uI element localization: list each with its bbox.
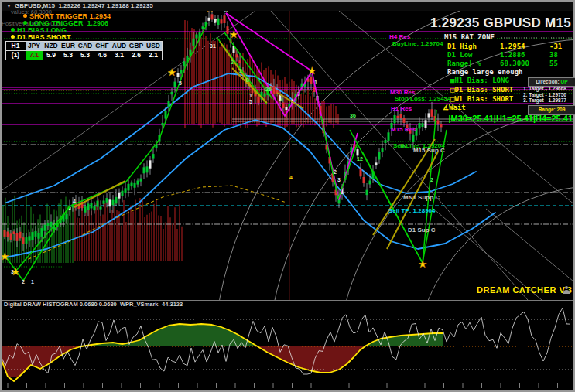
target-2: 2. Target - 1.29750 (523, 92, 566, 98)
bullet-icon (11, 35, 15, 39)
strength-cell: (1) (5, 50, 26, 60)
strength-cell: 2.6 (128, 50, 145, 60)
mt4-chart-window: ▼GBPUSD,M15 1.29226 1.29247 1.29188 1.29… (0, 0, 575, 392)
star-marker-icon: ★ (229, 29, 238, 40)
swing-number-label: 1 (249, 93, 252, 98)
watermark-text: DREAM CATCHER V.3 (477, 285, 572, 295)
strength-cell: 7.1 (26, 50, 43, 60)
ratzone-wait: ∡Wait (443, 104, 466, 111)
swing-number-label: 4 (280, 97, 283, 103)
star-marker-icon: ★ (2, 251, 9, 262)
swing-number-label: 3 (11, 269, 14, 274)
swing-number-label: 2 (239, 68, 242, 73)
level-line-label: M15 Res (391, 126, 416, 133)
swing-number-label: 4 (73, 199, 76, 204)
target-1: 1. Target - 1.29668 (523, 86, 566, 92)
swing-number-label: 2 (22, 279, 25, 285)
star-marker-icon: ★ (167, 66, 176, 78)
level-line-label: H4 Res (389, 33, 411, 40)
strength-cell: 5.3 (77, 50, 94, 60)
bullet-icon (23, 14, 27, 18)
ratzone-w1-bias: □W1 Bias: SHORT (450, 95, 513, 103)
strength-cell: 3.1 (111, 50, 128, 60)
swing-number-label: 8 (246, 77, 249, 83)
ratzone-row-d1-high: D1 High1.2954-31 (447, 43, 562, 50)
ratzone-title: M15 RAT ZONE (444, 33, 495, 41)
strength-cell: 4.6 (94, 50, 111, 60)
swing-number-label: 4 (289, 175, 293, 180)
level-line-label: MN1 Supp C (403, 194, 440, 201)
chart-window-titlebar[interactable]: ▼GBPUSD,M15 1.29226 1.29247 1.29188 1.29… (2, 2, 573, 11)
window-menu-icon[interactable]: ▼ (6, 3, 12, 9)
strength-cell: 5.9 (43, 50, 60, 60)
ratzone-d1-bias: □D1 Bias: SHORT (450, 86, 513, 94)
quote-text: 1.29235 GBPUSD M15 (371, 15, 571, 31)
targets-list: 1. Target - 1.296682. Target - 1.297503.… (523, 86, 566, 104)
wait-icon: ∡ (443, 104, 449, 111)
swing-number-label: 12 (357, 156, 363, 162)
level-line-label: D1 Sup C (408, 227, 436, 233)
swing-number-label: 1 (31, 279, 34, 285)
oscillator-panel (2, 300, 573, 390)
swing-number-label: 5 (249, 99, 252, 104)
swing-number-label: 6 (224, 11, 228, 13)
ratzone-row-d1-low: D1 Low1.288638 (447, 51, 558, 59)
ratzone-h1-bias: ■H1 Bias: LONG (450, 77, 509, 84)
star-marker-icon: ★ (307, 65, 317, 77)
ratzone-note: Range large enough (447, 68, 523, 76)
level-line-label: Sell TP: 1.28904 (388, 207, 436, 214)
star-marker-icon: ★ (205, 11, 214, 14)
swing-number-label: 1 (314, 80, 317, 85)
volatility-readout: |M30=25.41|H1=25.41|H4=25.41 (427, 114, 573, 123)
oscillator-label: Digital DRAW HISTOGRAM 0.0680 0.0680 WPR… (4, 301, 183, 308)
person-icon (563, 286, 570, 294)
currency-strength-table: H1JPYNZDEURCADCHFAUDGBPUSD(1)7.15.95.35.… (5, 41, 162, 60)
swing-number-label: 2 (334, 169, 337, 175)
bullet-icon (23, 21, 27, 25)
ratzone-row-range: Range| %68.300055 (447, 60, 558, 67)
swing-number-label: 31 (210, 43, 216, 49)
swing-number-label: 36 (350, 113, 356, 118)
star-marker-icon: ★ (418, 258, 427, 270)
swing-number-label: 7 (214, 19, 217, 24)
bullet-icon (11, 28, 15, 32)
level-line-label: H1 Res (391, 105, 412, 112)
swing-number-label: 26 (265, 87, 272, 92)
target-3: 3. Target - 1.29877 (523, 97, 566, 104)
swing-number-label: 5 (179, 80, 182, 86)
swing-number-label: 2 (430, 177, 433, 182)
strength-cell: 2.1 (145, 50, 163, 60)
swing-number-label: 3 (337, 177, 341, 182)
level-line-label: M15 Sup C (413, 147, 445, 154)
level-line-label: Stop Loss: 1.29454 (395, 95, 451, 102)
level-line-label: BuyLine: 1.29704 (392, 40, 443, 47)
strength-cell: 5.3 (60, 50, 77, 60)
swing-number-label: 2 (231, 60, 234, 65)
